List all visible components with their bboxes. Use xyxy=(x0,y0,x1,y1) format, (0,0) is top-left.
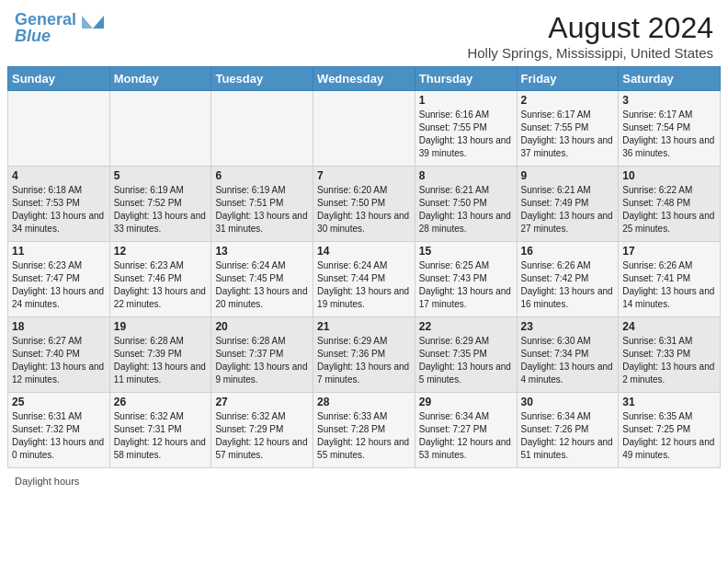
day-info: Sunrise: 6:35 AMSunset: 7:25 PMDaylight:… xyxy=(622,410,716,462)
day-number: 23 xyxy=(521,320,615,333)
day-info: Sunrise: 6:24 AMSunset: 7:45 PMDaylight:… xyxy=(215,259,309,311)
day-cell: 17Sunrise: 6:26 AMSunset: 7:41 PMDayligh… xyxy=(619,242,721,317)
day-info: Sunrise: 6:23 AMSunset: 7:46 PMDaylight:… xyxy=(114,259,208,311)
day-cell: 2Sunrise: 6:17 AMSunset: 7:55 PMDaylight… xyxy=(517,91,619,167)
day-of-week-wednesday: Wednesday xyxy=(313,67,415,91)
calendar-wrapper: SundayMondayTuesdayWednesdayThursdayFrid… xyxy=(0,66,728,472)
day-number: 3 xyxy=(622,94,716,107)
day-cell: 19Sunrise: 6:28 AMSunset: 7:39 PMDayligh… xyxy=(109,317,211,393)
day-info: Sunrise: 6:32 AMSunset: 7:29 PMDaylight:… xyxy=(215,410,309,462)
day-number: 4 xyxy=(12,169,106,182)
day-cell: 10Sunrise: 6:22 AMSunset: 7:48 PMDayligh… xyxy=(619,167,721,242)
day-number: 16 xyxy=(521,245,615,258)
day-number: 5 xyxy=(114,169,208,182)
day-cell: 5Sunrise: 6:19 AMSunset: 7:52 PMDaylight… xyxy=(109,167,211,242)
page-header: General Blue August 2024 Holly Springs, … xyxy=(0,0,728,66)
day-number: 8 xyxy=(419,169,513,182)
month-year-title: August 2024 xyxy=(467,11,713,45)
day-cell: 29Sunrise: 6:34 AMSunset: 7:27 PMDayligh… xyxy=(415,393,517,468)
day-cell xyxy=(313,91,415,167)
day-info: Sunrise: 6:28 AMSunset: 7:39 PMDaylight:… xyxy=(114,335,208,386)
day-of-week-friday: Friday xyxy=(517,67,619,91)
day-number: 28 xyxy=(317,396,411,408)
day-info: Sunrise: 6:26 AMSunset: 7:41 PMDaylight:… xyxy=(622,259,716,311)
day-cell: 31Sunrise: 6:35 AMSunset: 7:25 PMDayligh… xyxy=(619,393,721,468)
day-info: Sunrise: 6:31 AMSunset: 7:32 PMDaylight:… xyxy=(12,410,106,462)
day-cell: 30Sunrise: 6:34 AMSunset: 7:26 PMDayligh… xyxy=(517,393,619,468)
day-info: Sunrise: 6:19 AMSunset: 7:51 PMDaylight:… xyxy=(215,184,309,236)
day-number: 31 xyxy=(622,396,716,408)
day-of-week-thursday: Thursday xyxy=(415,67,517,91)
day-info: Sunrise: 6:24 AMSunset: 7:44 PMDaylight:… xyxy=(317,259,411,311)
day-number: 22 xyxy=(419,320,513,333)
day-info: Sunrise: 6:29 AMSunset: 7:36 PMDaylight:… xyxy=(317,335,411,386)
day-number: 13 xyxy=(215,245,309,258)
day-cell: 21Sunrise: 6:29 AMSunset: 7:36 PMDayligh… xyxy=(313,317,415,393)
day-number: 19 xyxy=(114,320,208,333)
day-info: Sunrise: 6:21 AMSunset: 7:49 PMDaylight:… xyxy=(521,184,615,236)
day-number: 21 xyxy=(317,320,411,333)
day-info: Sunrise: 6:26 AMSunset: 7:42 PMDaylight:… xyxy=(521,259,615,311)
day-of-week-tuesday: Tuesday xyxy=(211,67,313,91)
day-info: Sunrise: 6:22 AMSunset: 7:48 PMDaylight:… xyxy=(622,184,716,236)
day-cell: 26Sunrise: 6:32 AMSunset: 7:31 PMDayligh… xyxy=(109,393,211,468)
day-cell: 14Sunrise: 6:24 AMSunset: 7:44 PMDayligh… xyxy=(313,242,415,317)
day-number: 6 xyxy=(215,169,309,182)
week-row-5: 25Sunrise: 6:31 AMSunset: 7:32 PMDayligh… xyxy=(8,393,721,468)
day-cell: 16Sunrise: 6:26 AMSunset: 7:42 PMDayligh… xyxy=(517,242,619,317)
day-cell: 20Sunrise: 6:28 AMSunset: 7:37 PMDayligh… xyxy=(211,317,313,393)
logo-icon xyxy=(78,12,104,29)
day-info: Sunrise: 6:17 AMSunset: 7:55 PMDaylight:… xyxy=(521,109,615,160)
day-number: 29 xyxy=(419,396,513,408)
day-number: 9 xyxy=(521,169,615,182)
day-cell: 15Sunrise: 6:25 AMSunset: 7:43 PMDayligh… xyxy=(415,242,517,317)
day-info: Sunrise: 6:32 AMSunset: 7:31 PMDaylight:… xyxy=(114,410,208,462)
logo-blue: Blue xyxy=(15,28,51,46)
day-number: 30 xyxy=(521,396,615,408)
day-number: 17 xyxy=(622,245,716,258)
day-number: 20 xyxy=(215,320,309,333)
logo: General Blue xyxy=(15,11,104,46)
day-info: Sunrise: 6:19 AMSunset: 7:52 PMDaylight:… xyxy=(114,184,208,236)
location-subtitle: Holly Springs, Mississippi, United State… xyxy=(467,45,713,61)
day-number: 14 xyxy=(317,245,411,258)
day-info: Sunrise: 6:16 AMSunset: 7:55 PMDaylight:… xyxy=(419,109,513,160)
day-number: 24 xyxy=(622,320,716,333)
day-number: 7 xyxy=(317,169,411,182)
logo-general: General xyxy=(15,10,76,29)
day-cell: 28Sunrise: 6:33 AMSunset: 7:28 PMDayligh… xyxy=(313,393,415,468)
day-cell: 7Sunrise: 6:20 AMSunset: 7:50 PMDaylight… xyxy=(313,167,415,242)
day-number: 1 xyxy=(419,94,513,107)
day-info: Sunrise: 6:18 AMSunset: 7:53 PMDaylight:… xyxy=(12,184,106,236)
week-row-2: 4Sunrise: 6:18 AMSunset: 7:53 PMDaylight… xyxy=(8,167,721,242)
day-info: Sunrise: 6:17 AMSunset: 7:54 PMDaylight:… xyxy=(622,109,716,160)
day-cell xyxy=(8,91,110,167)
day-cell: 8Sunrise: 6:21 AMSunset: 7:50 PMDaylight… xyxy=(415,167,517,242)
day-of-week-monday: Monday xyxy=(109,67,211,91)
day-info: Sunrise: 6:25 AMSunset: 7:43 PMDaylight:… xyxy=(419,259,513,311)
day-cell: 27Sunrise: 6:32 AMSunset: 7:29 PMDayligh… xyxy=(211,393,313,468)
footer: Daylight hours xyxy=(0,472,728,490)
day-cell: 1Sunrise: 6:16 AMSunset: 7:55 PMDaylight… xyxy=(415,91,517,167)
day-cell xyxy=(109,91,211,167)
day-cell: 6Sunrise: 6:19 AMSunset: 7:51 PMDaylight… xyxy=(211,167,313,242)
day-info: Sunrise: 6:29 AMSunset: 7:35 PMDaylight:… xyxy=(419,335,513,386)
week-row-3: 11Sunrise: 6:23 AMSunset: 7:47 PMDayligh… xyxy=(8,242,721,317)
calendar-header: SundayMondayTuesdayWednesdayThursdayFrid… xyxy=(8,67,721,91)
day-info: Sunrise: 6:27 AMSunset: 7:40 PMDaylight:… xyxy=(12,335,106,386)
day-info: Sunrise: 6:20 AMSunset: 7:50 PMDaylight:… xyxy=(317,184,411,236)
week-row-4: 18Sunrise: 6:27 AMSunset: 7:40 PMDayligh… xyxy=(8,317,721,393)
day-info: Sunrise: 6:21 AMSunset: 7:50 PMDaylight:… xyxy=(419,184,513,236)
calendar-body: 1Sunrise: 6:16 AMSunset: 7:55 PMDaylight… xyxy=(8,91,721,468)
day-info: Sunrise: 6:34 AMSunset: 7:27 PMDaylight:… xyxy=(419,410,513,462)
day-cell: 18Sunrise: 6:27 AMSunset: 7:40 PMDayligh… xyxy=(8,317,110,393)
week-row-1: 1Sunrise: 6:16 AMSunset: 7:55 PMDaylight… xyxy=(8,91,721,167)
day-info: Sunrise: 6:23 AMSunset: 7:47 PMDaylight:… xyxy=(12,259,106,311)
day-cell: 23Sunrise: 6:30 AMSunset: 7:34 PMDayligh… xyxy=(517,317,619,393)
day-number: 2 xyxy=(521,94,615,107)
day-cell: 3Sunrise: 6:17 AMSunset: 7:54 PMDaylight… xyxy=(619,91,721,167)
day-cell: 12Sunrise: 6:23 AMSunset: 7:46 PMDayligh… xyxy=(109,242,211,317)
day-cell: 25Sunrise: 6:31 AMSunset: 7:32 PMDayligh… xyxy=(8,393,110,468)
day-info: Sunrise: 6:30 AMSunset: 7:34 PMDaylight:… xyxy=(521,335,615,386)
day-cell: 9Sunrise: 6:21 AMSunset: 7:49 PMDaylight… xyxy=(517,167,619,242)
